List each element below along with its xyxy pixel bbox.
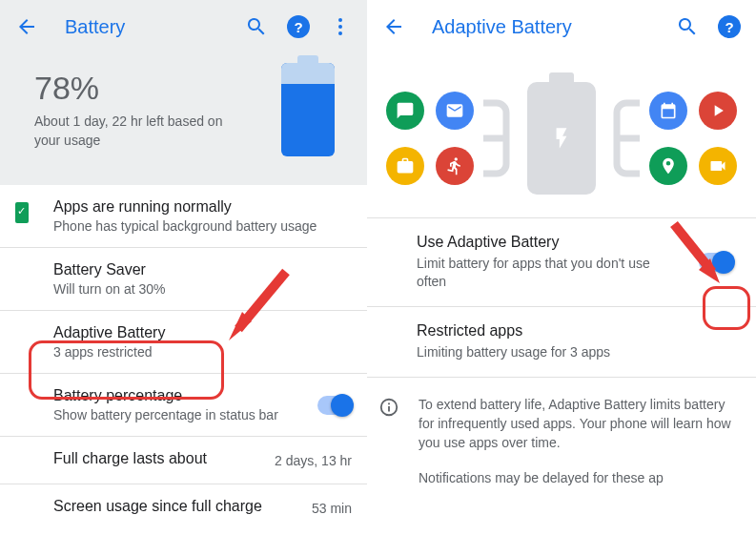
video-icon bbox=[699, 147, 737, 185]
page-title: Battery bbox=[50, 16, 234, 38]
back-button[interactable] bbox=[375, 8, 413, 46]
battery-percent: 78% bbox=[34, 70, 244, 107]
info-section: To extend battery life, Adaptive Battery… bbox=[367, 378, 756, 503]
back-arrow-icon bbox=[382, 15, 405, 38]
search-button[interactable] bbox=[668, 8, 706, 46]
back-arrow-icon bbox=[15, 15, 38, 38]
search-icon bbox=[676, 15, 699, 38]
adaptive-battery-screen: Adaptive Battery ? bbox=[367, 0, 756, 556]
svg-point-1 bbox=[338, 25, 342, 29]
svg-point-0 bbox=[338, 18, 342, 22]
back-button[interactable] bbox=[8, 8, 46, 46]
info-p1: To extend battery life, Adaptive Battery… bbox=[419, 395, 737, 453]
battery-estimate: About 1 day, 22 hr left based on your us… bbox=[34, 113, 244, 150]
play-icon bbox=[699, 92, 737, 130]
adaptive-graphic bbox=[367, 53, 756, 218]
search-button[interactable] bbox=[237, 8, 276, 46]
info-icon bbox=[378, 397, 399, 418]
full-charge-row[interactable]: Full charge lasts about 2 days, 13 hr bbox=[0, 437, 367, 484]
full-charge-value: 2 days, 13 hr bbox=[275, 453, 352, 468]
adaptive-battery-row[interactable]: Adaptive Battery 3 apps restricted bbox=[0, 311, 367, 374]
battery-percentage-toggle[interactable] bbox=[317, 396, 352, 415]
status-ok-icon bbox=[15, 202, 29, 223]
location-icon bbox=[649, 147, 687, 185]
battery-large-icon bbox=[281, 63, 335, 156]
more-vert-icon bbox=[329, 15, 352, 38]
briefcase-icon bbox=[386, 147, 424, 185]
battery-graphic-icon bbox=[527, 82, 596, 195]
restricted-apps-row[interactable]: Restricted apps Limiting battery usage f… bbox=[367, 307, 756, 378]
bolt-icon bbox=[549, 118, 574, 158]
screen-usage-row[interactable]: Screen usage since full charge 53 min bbox=[0, 484, 367, 531]
chat-icon bbox=[386, 92, 424, 130]
battery-hero: 78% About 1 day, 22 hr left based on you… bbox=[0, 53, 367, 185]
help-icon: ? bbox=[287, 15, 310, 38]
screen-usage-value: 53 min bbox=[312, 501, 352, 516]
battery-saver-row[interactable]: Battery Saver Will turn on at 30% bbox=[0, 248, 367, 311]
page-title: Adaptive Battery bbox=[417, 16, 664, 38]
flow-right-icon bbox=[613, 86, 640, 191]
help-button[interactable]: ? bbox=[710, 8, 748, 46]
use-adaptive-row[interactable]: Use Adaptive Battery Limit battery for a… bbox=[367, 218, 756, 307]
status-title: Apps are running normally bbox=[53, 198, 352, 216]
app-bar: Battery ? bbox=[0, 0, 367, 53]
help-button[interactable]: ? bbox=[279, 8, 317, 46]
run-icon bbox=[436, 147, 474, 185]
help-icon: ? bbox=[718, 15, 741, 38]
overflow-button[interactable] bbox=[321, 8, 359, 46]
search-icon bbox=[245, 15, 268, 38]
info-p2: Notifications may be delayed for these a… bbox=[419, 468, 737, 487]
svg-point-2 bbox=[338, 31, 342, 35]
app-bar: Adaptive Battery ? bbox=[367, 0, 756, 53]
battery-settings-screen: Battery ? 78% About 1 day, 22 hr left ba… bbox=[0, 0, 367, 556]
flow-left-icon bbox=[483, 86, 510, 191]
calendar-icon bbox=[649, 92, 687, 130]
status-sub: Phone has typical background battery usa… bbox=[53, 218, 352, 234]
use-adaptive-toggle[interactable] bbox=[699, 253, 733, 272]
battery-percentage-row[interactable]: Battery percentage Show battery percenta… bbox=[0, 374, 367, 437]
mail-icon bbox=[436, 92, 474, 130]
apps-status-row[interactable]: Apps are running normally Phone has typi… bbox=[0, 185, 367, 248]
